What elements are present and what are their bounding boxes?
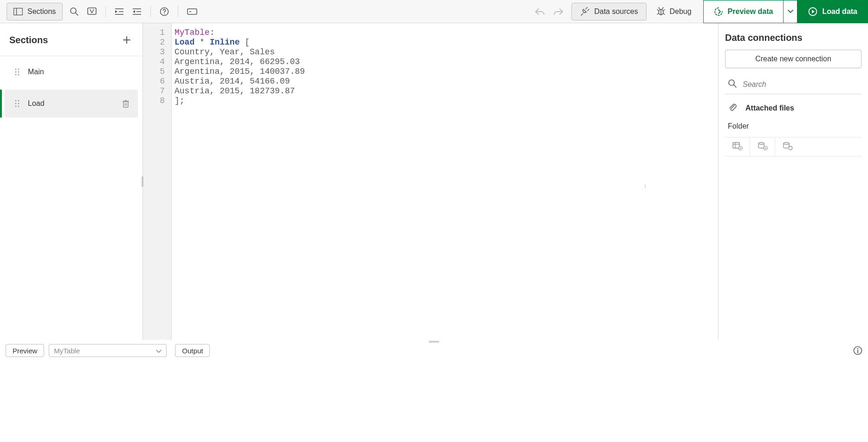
- output-tab-label: Output: [182, 347, 203, 355]
- toolbar-separator: [105, 6, 106, 17]
- preview-dropdown-button[interactable]: [784, 0, 797, 23]
- folder-label: Folder: [725, 122, 862, 130]
- script-editor[interactable]: 1 2 3 4 5 6 7 8 MyTable: Load * Inline […: [143, 23, 719, 340]
- preview-icon: [714, 7, 723, 16]
- svg-point-25: [18, 69, 19, 70]
- svg-point-57: [857, 348, 858, 349]
- data-sources-button[interactable]: Data sources: [571, 3, 647, 20]
- chevron-down-icon: [788, 10, 793, 13]
- redo-icon: [553, 7, 564, 16]
- line-number: 4: [143, 57, 165, 67]
- search-button[interactable]: [65, 3, 83, 20]
- comment-icon: [87, 7, 97, 16]
- svg-line-18: [588, 9, 589, 11]
- toolbar-separator: [178, 6, 178, 17]
- sections-title: Sections: [9, 35, 48, 46]
- drag-handle-icon[interactable]: [15, 100, 19, 107]
- line-number: 8: [143, 96, 165, 106]
- attached-files-row[interactable]: Attached files: [725, 101, 862, 116]
- left-splitter-handle[interactable]: [141, 175, 144, 188]
- comment-button[interactable]: [83, 3, 101, 20]
- output-tab-button[interactable]: Output: [175, 344, 210, 357]
- svg-point-27: [18, 72, 19, 73]
- svg-rect-4: [88, 8, 96, 14]
- db-check-icon: [758, 142, 768, 152]
- bottom-bar: Preview MyTable Output: [0, 344, 868, 358]
- section-item-load[interactable]: Load: [5, 90, 138, 117]
- insert-button[interactable]: [183, 3, 201, 20]
- debug-label: Debug: [669, 7, 691, 16]
- connections-search[interactable]: [725, 75, 862, 94]
- svg-point-28: [15, 74, 17, 76]
- sections-toggle-button[interactable]: Sections: [6, 3, 63, 20]
- panel-left-icon: [13, 8, 23, 15]
- outdent-button[interactable]: [128, 3, 146, 20]
- drag-handle-icon[interactable]: [15, 68, 19, 76]
- svg-point-24: [15, 69, 17, 70]
- svg-rect-0: [14, 8, 23, 15]
- line-gutter: 1 2 3 4 5 6 7 8: [143, 23, 172, 340]
- code-content[interactable]: MyTable: Load * Inline [ Country, Year, …: [172, 23, 569, 340]
- reload-connection-button[interactable]: [775, 137, 800, 156]
- connection-action-row: [725, 137, 862, 156]
- plug-icon: [580, 7, 589, 16]
- plus-icon: [123, 36, 131, 44]
- search-icon: [70, 7, 79, 16]
- table-select[interactable]: MyTable: [49, 344, 167, 357]
- help-button[interactable]: [155, 3, 173, 20]
- data-connections-panel: Data connections Create new connection A…: [719, 23, 868, 340]
- section-item-main[interactable]: Main: [5, 58, 138, 86]
- line-number: 2: [143, 38, 165, 47]
- right-splitter-handle[interactable]: [570, 175, 720, 188]
- debug-button[interactable]: Debug: [651, 3, 696, 20]
- horizontal-splitter-handle[interactable]: [0, 340, 868, 344]
- svg-line-6: [92, 9, 94, 13]
- redo-button[interactable]: [549, 3, 568, 20]
- section-item-label: Load: [28, 99, 114, 108]
- info-icon: [853, 346, 862, 355]
- svg-point-53: [784, 143, 789, 144]
- play-circle-icon: [808, 7, 817, 16]
- select-data-button[interactable]: [725, 137, 750, 156]
- preview-data-button[interactable]: Preview data: [703, 0, 784, 23]
- info-button[interactable]: [853, 346, 862, 355]
- preview-tab-label: Preview: [13, 347, 37, 355]
- main-area: Sections Main Load 1: [0, 23, 868, 340]
- svg-rect-36: [123, 102, 128, 107]
- preview-data-label: Preview data: [728, 7, 773, 16]
- add-section-button[interactable]: [119, 32, 134, 47]
- connections-search-input[interactable]: [743, 80, 859, 89]
- svg-point-45: [729, 80, 734, 85]
- load-data-button[interactable]: Load data: [797, 0, 868, 23]
- undo-button[interactable]: [531, 3, 549, 20]
- preview-tab-button[interactable]: Preview: [6, 344, 44, 357]
- svg-line-5: [90, 9, 92, 13]
- line-number: 5: [143, 67, 165, 77]
- sections-toggle-label: Sections: [27, 7, 56, 16]
- svg-point-35: [18, 106, 19, 107]
- field-icon: [187, 8, 197, 15]
- create-connection-button[interactable]: Create new connection: [725, 50, 862, 68]
- indent-button[interactable]: [110, 3, 128, 20]
- table-select-value: MyTable: [54, 347, 80, 355]
- trash-icon: [122, 99, 130, 108]
- chevron-down-icon: [156, 347, 162, 355]
- data-connections-title: Data connections: [725, 32, 862, 43]
- svg-point-31: [18, 100, 19, 102]
- line-number: 7: [143, 86, 165, 96]
- insert-script-button[interactable]: [750, 137, 775, 156]
- toolbar-separator: [150, 6, 151, 17]
- svg-point-14: [164, 13, 165, 14]
- sidebar-divider: [0, 56, 143, 56]
- svg-rect-15: [188, 9, 197, 14]
- svg-point-2: [71, 8, 76, 13]
- delete-section-button[interactable]: [122, 99, 130, 108]
- svg-line-46: [734, 85, 736, 87]
- grid-check-icon: [732, 142, 743, 152]
- svg-point-51: [758, 143, 764, 144]
- load-data-label: Load data: [822, 7, 857, 16]
- sections-sidebar-header: Sections: [0, 23, 143, 56]
- create-connection-label: Create new connection: [755, 55, 831, 63]
- svg-point-26: [15, 72, 17, 73]
- line-number: 6: [143, 77, 165, 86]
